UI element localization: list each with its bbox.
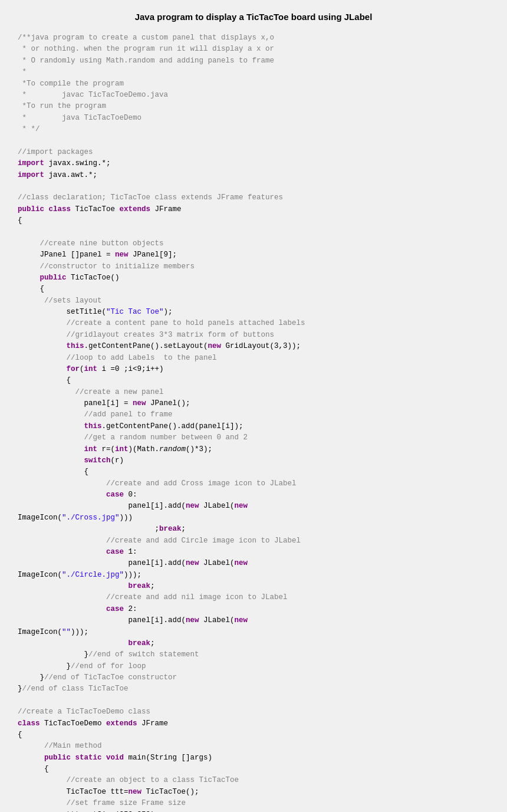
page-title: Java program to display a TicTacToe boar… — [12, 12, 495, 22]
code-block: /**java program to create a custom panel… — [12, 32, 495, 812]
